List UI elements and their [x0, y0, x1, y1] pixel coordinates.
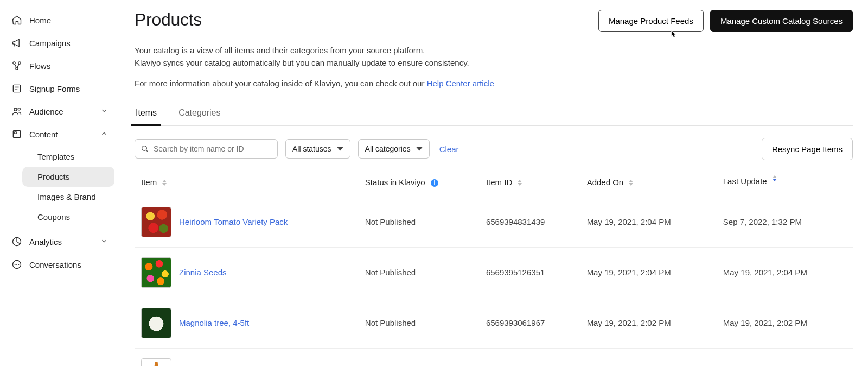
cell-added-on: May 19, 2021, 2:04 PM — [580, 197, 717, 247]
col-status: Status in Klaviyo i — [359, 170, 480, 197]
col-label: Item — [141, 178, 157, 187]
svg-rect-3 — [13, 85, 20, 92]
product-name-link[interactable]: Zinnia Seeds — [179, 268, 227, 277]
col-label: Added On — [587, 178, 624, 187]
svg-rect-7 — [15, 132, 16, 134]
sort-icon — [162, 180, 167, 186]
status-filter-select[interactable]: All statuses — [285, 139, 350, 159]
cell-added-on: May 19, 2021, 2:04 PM — [580, 247, 717, 298]
sidebar-item-label: Conversations — [29, 260, 81, 269]
sidebar-item-flows[interactable]: Flows — [4, 54, 114, 77]
table-row: Zinnia Seeds Not Published 6569395126351… — [135, 247, 853, 298]
col-last-update[interactable]: Last Update — [717, 170, 853, 197]
search-icon — [141, 144, 149, 153]
col-label: Item ID — [486, 178, 512, 187]
product-thumbnail — [141, 207, 171, 237]
main-content: Products Manage Product Feeds Manage Cus… — [119, 0, 868, 366]
chevron-down-icon — [100, 107, 108, 116]
sidebar: Home Campaigns Flows Signup Forms Audien… — [0, 0, 119, 366]
status-filter-label: All statuses — [292, 144, 331, 153]
chevron-down-icon — [416, 146, 423, 152]
clear-filters-link[interactable]: Clear — [439, 144, 459, 154]
chevron-down-icon — [100, 237, 108, 247]
sidebar-item-label: Flows — [29, 61, 50, 71]
sidebar-item-label: Content — [29, 130, 58, 139]
cell-status: Not Published — [359, 247, 480, 298]
help-center-link[interactable]: Help Center article — [427, 79, 494, 88]
sidebar-item-campaigns[interactable]: Campaigns — [4, 31, 114, 54]
category-filter-label: All categories — [365, 144, 411, 153]
cell-status: Not Published — [359, 348, 480, 366]
table-row: Heirloom Tomato Variety Pack Not Publish… — [135, 197, 853, 247]
table-row: Magnolia tree, 4-5ft Not Published 65693… — [135, 298, 853, 348]
col-added-on[interactable]: Added On — [580, 170, 717, 197]
sidebar-item-label: Signup Forms — [29, 84, 80, 93]
cell-item-id: 6569390571599 — [480, 348, 580, 366]
product-name-link[interactable]: Magnolia tree, 4-5ft — [179, 318, 249, 327]
sort-icon — [518, 180, 522, 186]
cell-item-id: 6569394831439 — [480, 197, 580, 247]
cell-last-update: May 19, 2021, 2:04 PM — [717, 247, 853, 298]
catalog-help-text: For more information about your catalog … — [135, 77, 853, 90]
home-icon — [11, 14, 23, 26]
sidebar-item-label: Images & Brand — [37, 192, 96, 201]
col-item[interactable]: Item — [135, 170, 359, 197]
product-thumbnail — [141, 257, 171, 288]
info-icon[interactable]: i — [431, 179, 438, 187]
svg-point-4 — [14, 108, 17, 111]
col-label: Status in Klaviyo — [365, 178, 425, 187]
sidebar-item-label: Products — [37, 172, 69, 181]
tabs: Items Categories — [135, 103, 853, 126]
manage-product-feeds-button[interactable]: Manage Product Feeds — [598, 10, 704, 32]
cell-last-update: May 19, 2021, 1:57 PM — [717, 348, 853, 366]
sidebar-item-audience[interactable]: Audience — [4, 100, 114, 123]
sidebar-subitem-images-brand[interactable]: Images & Brand — [22, 187, 114, 207]
megaphone-icon — [11, 37, 23, 49]
sidebar-item-home[interactable]: Home — [4, 9, 114, 31]
svg-rect-6 — [13, 130, 20, 137]
catalog-description: Your catalog is a view of all items and … — [135, 44, 853, 70]
desc-line-2: Klaviyo syncs your catalog automatically… — [135, 58, 469, 67]
desc-line-3: For more information about your catalog … — [135, 79, 427, 88]
manage-custom-catalog-button[interactable]: Manage Custom Catalog Sources — [710, 10, 853, 32]
tab-categories[interactable]: Categories — [177, 103, 221, 125]
page-header: Products Manage Product Feeds Manage Cus… — [135, 10, 853, 32]
sidebar-subitem-products[interactable]: Products — [22, 167, 114, 187]
cell-status: Not Published — [359, 197, 480, 247]
chevron-down-icon — [337, 146, 343, 152]
search-input[interactable] — [154, 144, 272, 153]
product-thumbnail — [141, 308, 171, 338]
svg-point-5 — [18, 108, 20, 110]
analytics-icon — [11, 236, 23, 248]
cell-added-on: May 19, 2021, 2:02 PM — [580, 298, 717, 348]
content-submenu: Templates Products Images & Brand Coupon… — [9, 147, 114, 227]
category-filter-select[interactable]: All categories — [358, 139, 430, 159]
col-item-id[interactable]: Item ID — [480, 170, 580, 197]
product-thumbnail — [141, 358, 171, 366]
sort-icon — [773, 175, 777, 181]
product-name-link[interactable]: Heirloom Tomato Variety Pack — [179, 217, 288, 226]
sidebar-item-label: Campaigns — [29, 39, 71, 48]
cell-status: Not Published — [359, 298, 480, 348]
table-toolbar: All statuses All categories Clear Resync… — [135, 126, 853, 170]
chevron-up-icon — [100, 130, 108, 139]
sidebar-subitem-templates[interactable]: Templates — [22, 147, 114, 167]
audience-icon — [11, 105, 23, 117]
sidebar-item-content[interactable]: Content — [4, 123, 114, 146]
sort-icon — [629, 180, 633, 186]
sidebar-item-conversations[interactable]: Conversations — [4, 253, 114, 276]
conversations-icon — [11, 258, 23, 270]
tab-items[interactable]: Items — [135, 103, 158, 125]
sidebar-item-label: Coupons — [37, 212, 70, 222]
col-label: Last Update — [723, 176, 767, 186]
content-icon — [11, 128, 23, 140]
resync-button[interactable]: Resync Page Items — [762, 138, 853, 160]
sidebar-item-signup-forms[interactable]: Signup Forms — [4, 77, 114, 100]
search-input-wrap[interactable] — [135, 139, 278, 159]
cell-item-id: 6569395126351 — [480, 247, 580, 298]
sidebar-item-analytics[interactable]: Analytics — [4, 230, 114, 253]
sidebar-subitem-coupons[interactable]: Coupons — [22, 207, 114, 227]
page-title: Products — [135, 10, 202, 30]
cell-last-update: May 19, 2021, 2:02 PM — [717, 298, 853, 348]
sidebar-item-label: Templates — [37, 152, 74, 161]
